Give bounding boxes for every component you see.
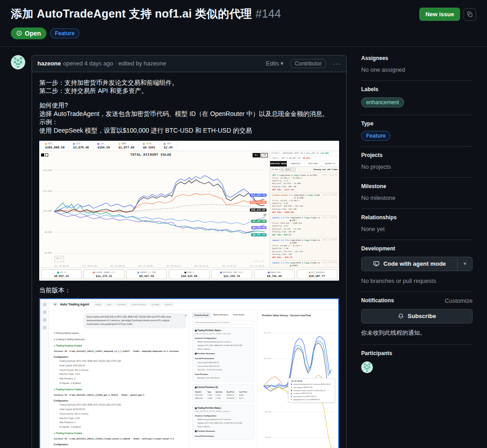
chat-line: · Check Interval: 60s (1 minute) — [54, 369, 184, 372]
model-card: QWEN3 MAX $8,741.46 — [254, 269, 294, 279]
rail-icon — [43, 310, 46, 314]
interval-toggle-icon — [41, 153, 44, 157]
chat-line: ✔ Trading Instance Created — [54, 432, 184, 435]
type-pill-feature[interactable]: Feature — [361, 131, 391, 141]
app-header: AT Auto Trading Agent tradingcryptoautom… — [49, 299, 338, 310]
x-tick: Oct 18 00:00 — [55, 265, 69, 268]
trades-filter-row: FILTER: ALL MODELS ▾ Showing Last 100 Tr… — [270, 167, 339, 172]
milestone-value: No milestone — [361, 194, 473, 201]
panel-line: Current Value: $100,010.43 — [195, 365, 252, 368]
app-tag: trading — [93, 302, 103, 306]
series-dot-icon — [291, 396, 292, 397]
ticker-item: BNB $1,077.89 — [115, 142, 139, 150]
chart-tooltip: Oct 21 20:06 deepseek/deepseek-v3.1-term… — [288, 378, 335, 402]
panel-line: trade_20251021_200121_224027_deepsee — [195, 410, 252, 413]
account-value-chart: TOTAL ACCOUNT VALUE ALL72H $14,000 $12,0… — [39, 151, 270, 268]
agent-mode-dropdown[interactable]: ▼ — [458, 257, 472, 271]
model-dot-icon — [138, 272, 139, 273]
chat-line: Configuration: — [54, 443, 184, 446]
panel-line: Status: ● Active — [195, 425, 252, 428]
x-tick: Oct 19 00:58 — [110, 265, 124, 268]
x-tick: Oct 21 16:22 — [250, 265, 264, 268]
type-badge-feature[interactable]: Feature — [50, 28, 79, 38]
screenshot-trading-dashboard[interactable]: BTC $108,000.50 ETH $3,879.48 — [39, 141, 339, 281]
comment-author[interactable]: hazeone — [37, 60, 61, 67]
series-value-badge: $11,175.21 — [250, 201, 266, 204]
coin-dot-icon — [119, 143, 120, 145]
coin-dot-icon — [97, 143, 99, 145]
panel-tab: Market Analysis — [211, 313, 230, 318]
chat-line: ✔ Creating 6 trading instance(s)... — [54, 338, 184, 341]
panel-line: Model: deepseek/deepseek-v3.1-terminus — [195, 418, 252, 421]
chat-line: · Trading Symbols: BTC-USD, BNB-USD, DOG… — [54, 403, 184, 406]
x-axis-labels: Oct 18 00:00Oct 18 07:29Oct 19 00:58Oct … — [41, 264, 268, 268]
chat-column: ⚙ Setup trading with $100,000 for BTC-US… — [49, 310, 189, 448]
tooltip-row: x-ai/grok-4 $100,017.00 — [291, 392, 332, 394]
trade-card: Claude Sonnet 4.5 completed a long trade… — [271, 193, 338, 216]
comment-paragraph: 第一步：支持加密货币并发论文交易和前端组件。第二步：支持交易所 API 和更多资… — [39, 79, 339, 95]
notification-note: 你未收到此线程的通知。 — [361, 329, 473, 337]
code-with-agent-button[interactable]: Code with agent mode ▼ — [361, 257, 473, 271]
tooltip-row: google/gemini-2.5-pro $99,860.81 — [291, 398, 332, 401]
tooltip-row: anthropic/claude-sonnet-4.5 $100,206.52 — [291, 389, 332, 392]
series-claude — [54, 194, 264, 212]
range-toggle: ALL72H — [253, 153, 268, 157]
sidebar-section-labels: Labels enhancement — [361, 81, 473, 115]
chat-line: · Initial Capital: $100,000.00 — [54, 364, 184, 367]
series-value-badge: $8,037.24 — [251, 233, 266, 236]
label-enhancement[interactable]: enhancement — [361, 97, 404, 107]
model-dot-icon — [220, 272, 222, 273]
portfolio-panel: Portfolio DetailMarket AnalysisTrade Det… — [189, 310, 257, 448]
panel-line: Available Cash: $99,339.31 — [195, 377, 252, 379]
panel-line: Overall Performance — [195, 435, 252, 438]
chat-line: ✔ Trading Instance Created — [54, 388, 184, 391]
series-value-badge: $10,423.68 — [250, 208, 266, 212]
series-dot-icon — [291, 399, 292, 400]
issue-number: #144 — [256, 7, 281, 20]
chat-line: · Risk Per Trade: 2.0% — [54, 373, 184, 376]
projects-value: No projects — [361, 163, 473, 170]
copy-link-button[interactable] — [464, 8, 476, 21]
relationships-value: None yet — [361, 226, 473, 232]
coin-dot-icon — [45, 143, 47, 145]
panel-line: Symbols: BTC-USD, BNB-USD, DOGE-USD, ETH… — [195, 422, 252, 425]
model-filter: ▽ Filter deepseek/deepseek-v3.1-terminus… — [192, 320, 254, 325]
edits-dropdown[interactable]: Edits ▾ — [266, 60, 284, 67]
new-issue-button[interactable]: New issue — [419, 8, 460, 21]
panel-line: Instance Configuration — [195, 337, 252, 340]
series-dot-icon — [291, 390, 292, 391]
comment-body: 第一步：支持加密货币并发论文交易和前端组件。第二步：支持交易所 API 和更多资… — [32, 72, 346, 448]
screenshot-auto-trading-agent[interactable]: AT Auto Trading Agent tradingcryptoautom… — [39, 298, 339, 448]
model-dot-icon — [268, 272, 270, 273]
customize-link[interactable]: Customize — [445, 297, 473, 304]
comment-menu-button[interactable]: ··· — [333, 60, 341, 67]
nof1-logo: N/1 — [55, 256, 64, 262]
issue-title: 添加 AutoTradeAgent 支持 nof1.ai 类似的代理#144 — [11, 6, 281, 21]
participant-avatar[interactable] — [361, 361, 373, 373]
model-dot-icon — [57, 272, 59, 273]
issue-comment: hazeone opened 4 days ago · edited by ha… — [32, 55, 347, 448]
chat-line: · Max Positions: 3 — [54, 421, 184, 424]
x-tick: Oct 21 02:53 — [222, 265, 236, 268]
panel-line: ▦ Trading Portfolio Status - — [195, 407, 252, 410]
app-tag: technical-analysis — [129, 302, 148, 306]
series-deepseek — [54, 176, 264, 212]
rail-icon — [43, 326, 46, 329]
ticker-item: BTC $108,000.50 — [41, 142, 69, 150]
subscribe-button[interactable]: Subscribe — [361, 309, 473, 323]
panel-line: Model: deepseek/deepseek-v3.1-terminus — [195, 341, 252, 343]
model-card: GPT 5 $8,037.24 — [41, 269, 82, 279]
trade-card: Gemini 2.5 Pro completed a long trade on… — [271, 238, 338, 261]
avatar[interactable] — [11, 55, 25, 69]
issue-opened-icon — [16, 30, 22, 36]
app-sidebar-rail — [40, 299, 49, 448]
issue-sidebar: Assignees No one assigned Labels enhance… — [361, 55, 473, 448]
chart-title: TOTAL ACCOUNT VALUE — [49, 153, 253, 157]
comment-paragraph: 如何使用?选择 AutoTradeAgent，发送包含加密货币代码、模型 ID（… — [39, 101, 339, 134]
assignees-value: No one assigned — [361, 66, 473, 73]
sidebar-section-development: Development Code with agent mode ▼ No br… — [361, 240, 473, 292]
ticker-item: ETH $3,879.48 — [69, 142, 93, 150]
position-row: ETH-USDLONG0.5533$3,885.76$3,88… — [195, 394, 252, 397]
panel-line: Instance Configuration — [195, 415, 252, 418]
model-card: GROK 4 $10,423.68 — [169, 269, 209, 279]
